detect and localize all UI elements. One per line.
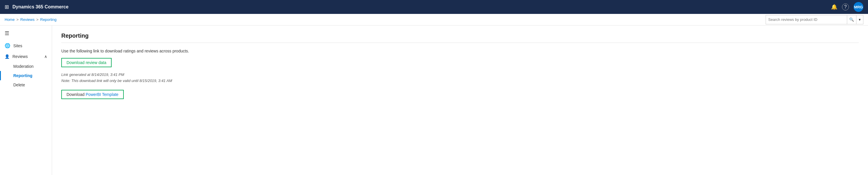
- sidebar-item-sites[interactable]: 🌐 Sites: [0, 40, 52, 51]
- search-button[interactable]: 🔍: [847, 15, 856, 24]
- app-title: Dynamics 365 Commerce: [12, 4, 68, 9]
- top-nav-right: 🔔 ? MRG: [831, 2, 863, 12]
- link-info: Link generated at 8/14/2019, 3:41 PM Not…: [61, 72, 859, 84]
- breadcrumb-home[interactable]: Home: [5, 17, 15, 22]
- download-powerbi-button[interactable]: Download PowerBI Template: [61, 90, 124, 99]
- globe-icon: 🌐: [5, 43, 10, 48]
- reporting-label: Reporting: [13, 73, 32, 78]
- delete-label: Delete: [13, 82, 25, 87]
- reviews-chevron-icon: ∧: [44, 54, 47, 59]
- reviews-icon: 👤: [5, 54, 9, 59]
- search-input[interactable]: [766, 15, 847, 24]
- page-title: Reporting: [61, 32, 859, 43]
- download-review-data-button[interactable]: Download review data: [61, 58, 112, 67]
- content-area: Reporting Use the following link to down…: [52, 25, 868, 175]
- breadcrumb-current: Reporting: [40, 17, 56, 22]
- sidebar-sites-label: Sites: [13, 44, 22, 48]
- avatar[interactable]: MRG: [854, 2, 863, 12]
- breadcrumb-bar: Home > Reviews > Reporting 🔍 ▾: [0, 14, 868, 25]
- top-nav-bar: ⊞ Dynamics 365 Commerce 🔔 ? MRG: [0, 0, 868, 14]
- sidebar-sub-item-reporting[interactable]: Reporting: [0, 71, 52, 80]
- sidebar-hamburger[interactable]: ☰: [0, 28, 52, 39]
- sidebar-item-reviews[interactable]: 👤 Reviews ∧: [0, 51, 52, 62]
- help-icon[interactable]: ?: [842, 3, 849, 10]
- download-review-data-label: Download review data: [66, 60, 106, 65]
- moderation-label: Moderation: [13, 64, 34, 69]
- top-nav-left: ⊞ Dynamics 365 Commerce: [5, 4, 68, 10]
- breadcrumb-reviews[interactable]: Reviews: [20, 17, 34, 22]
- bell-icon[interactable]: 🔔: [831, 4, 837, 10]
- waffle-icon[interactable]: ⊞: [5, 4, 9, 10]
- main-layout: ☰ 🌐 Sites 👤 Reviews ∧ Moderation Reporti…: [0, 25, 868, 175]
- sidebar-sub-item-delete[interactable]: Delete: [0, 80, 52, 90]
- search-dropdown-button[interactable]: ▾: [856, 15, 863, 24]
- breadcrumb-sep-1: >: [17, 17, 19, 22]
- sidebar-sub-item-moderation[interactable]: Moderation: [0, 62, 52, 71]
- breadcrumb: Home > Reviews > Reporting: [5, 17, 56, 22]
- powerbi-btn-static-label: Download: [66, 92, 85, 97]
- page-description: Use the following link to download ratin…: [61, 49, 859, 53]
- link-note-text: Note: This download link will only be va…: [61, 78, 859, 84]
- powerbi-template-link[interactable]: PowerBI Template: [86, 92, 118, 97]
- link-generated-text: Link generated at 8/14/2019, 3:41 PM: [61, 72, 859, 78]
- sidebar-reviews-label: Reviews: [12, 54, 28, 59]
- sidebar: ☰ 🌐 Sites 👤 Reviews ∧ Moderation Reporti…: [0, 25, 52, 175]
- breadcrumb-sep-2: >: [36, 17, 38, 22]
- search-container: 🔍 ▾: [766, 15, 863, 24]
